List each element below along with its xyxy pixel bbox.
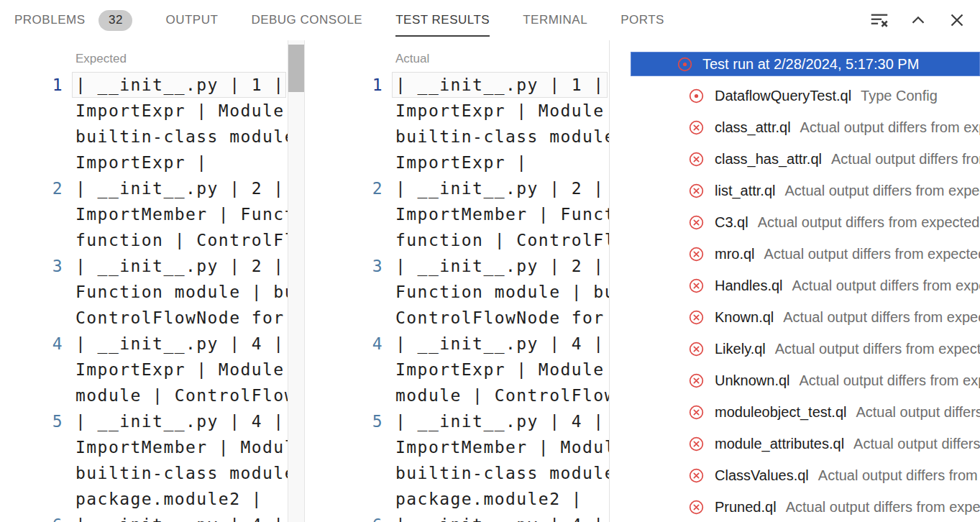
expected-pane-title: Expected [75,52,127,66]
test-item-row[interactable]: Likely.qlActual output differs from expe… [610,333,980,365]
code-text: function | ControlFl [75,227,288,253]
code-line[interactable]: Function module | bu [0,279,288,305]
test-item-row[interactable]: Known.qlActual output differs from expec… [610,301,980,333]
panel-tab-bar: PROBLEMS32OUTPUTDEBUG CONSOLETEST RESULT… [0,0,980,40]
code-line[interactable]: ImportMember | Modul [320,434,609,460]
code-line[interactable]: builtin-class module [320,460,609,486]
code-text: | __init__.py | 4 | [75,408,285,434]
line-number [320,383,383,408]
code-text: ImportExpr | Module [75,98,285,124]
test-item-row[interactable]: DataflowQueryTest.qlType Config [610,80,980,111]
expected-pane: Expected 1| __init__.py | 1 |ImportExpr … [0,40,305,522]
tab-test-results[interactable]: TEST RESULTS [395,0,490,40]
test-item-row[interactable]: class_attr.qlActual output differs from … [610,111,980,143]
code-line[interactable]: 2| __init__.py | 2 | [0,175,288,201]
code-line[interactable]: 6| __init__.py | 4 | [320,512,609,522]
tab-output[interactable]: OUTPUT [165,0,218,40]
code-line[interactable]: function | ControlFl [320,227,609,253]
code-line[interactable]: builtin-class module [0,124,288,150]
code-text: module | ControlFlow [395,383,609,408]
test-item-message: Actual output differs from expected outp… [831,151,980,168]
error-circle-x-icon [688,436,705,452]
test-item-message: Actual output differs from expected outp… [784,183,980,199]
code-line[interactable]: 1| __init__.py | 1 | [0,72,288,98]
code-line[interactable]: 1| __init__.py | 1 | [320,72,609,98]
code-line[interactable]: Function module | bu [320,279,609,305]
problems-count-badge: 32 [99,10,132,31]
test-item-row[interactable]: moduleobject_test.qlActual output differ… [610,396,980,428]
code-text: module | ControlFlow [75,383,288,408]
tab-ports[interactable]: PORTS [620,0,664,40]
close-icon[interactable] [945,9,968,32]
test-item-row[interactable]: module_attributes.qlActual output differ… [610,428,980,459]
code-line[interactable]: ImportExpr | Module [0,357,288,383]
error-circle-x-icon [688,309,705,326]
code-line[interactable]: package.module2 | [0,486,288,512]
line-number [0,486,63,512]
code-line[interactable]: builtin-class module [320,124,609,150]
code-line[interactable]: ImportExpr | Module [0,98,288,124]
line-number: 5 [320,408,383,434]
test-item-row[interactable]: ClassValues.qlActual output differs from… [610,459,980,491]
clear-list-x-icon[interactable] [868,9,891,32]
test-item-message: Actual output differs from expected outp… [792,278,980,294]
code-line[interactable]: ImportExpr | [0,150,288,175]
code-line[interactable]: ImportMember | Modul [0,434,288,460]
code-line[interactable]: ControlFlowNode for [320,305,609,331]
test-item-row[interactable]: mro.qlActual output differs from expecte… [610,238,980,270]
code-text: | __init__.py | 2 | [395,175,605,201]
code-line[interactable]: 4| __init__.py | 4 | [0,331,288,357]
test-item-message: Actual output differs from expected outp… [853,436,980,452]
code-line[interactable]: ImportExpr | Module [320,357,609,383]
test-item-row[interactable]: list_attr.qlActual output differs from e… [610,175,980,206]
code-line[interactable]: ImportExpr | [320,150,609,175]
code-text: | __init__.py | 1 | [395,72,605,98]
code-line[interactable]: 5| __init__.py | 4 | [320,408,609,434]
code-line[interactable]: 6| __init__.py | 4 | [0,512,288,522]
code-line[interactable]: ImportMember | Funct [320,201,609,227]
expected-scrollbar-thumb[interactable] [288,45,304,92]
code-line[interactable]: function | ControlFl [0,227,288,253]
code-line[interactable]: 3| __init__.py | 2 | [320,253,609,279]
code-line[interactable]: module | ControlFlow [320,383,609,408]
tab-terminal[interactable]: TERMINAL [523,0,587,40]
test-item-row[interactable]: C3.qlActual output differs from expected… [610,206,980,238]
test-item-row[interactable]: Unknown.qlActual output differs from exp… [610,365,980,396]
code-line[interactable]: 2| __init__.py | 2 | [320,175,609,201]
test-item-row[interactable]: Handles.qlActual output differs from exp… [610,270,980,301]
error-circle-dot-icon [688,88,705,104]
test-run-row[interactable]: Test run at 2/28/2024, 5:17:30 PM [631,52,980,76]
line-number [0,227,63,253]
actual-pane: Actual 1| __init__.py | 1 |ImportExpr | … [320,40,610,522]
line-number [0,201,63,227]
test-item-row[interactable]: Pruned.qlActual output differs from expe… [610,491,980,522]
code-line[interactable]: 4| __init__.py | 4 | [320,331,609,357]
test-item-row[interactable]: class_has_attr.qlActual output differs f… [610,143,980,175]
tab-problems[interactable]: PROBLEMS32 [14,0,132,40]
code-line[interactable]: builtin-class module [0,460,288,486]
code-line[interactable]: ImportExpr | Module [320,98,609,124]
tab-label: PORTS [620,13,664,27]
code-text: builtin-class module [75,460,288,486]
code-line[interactable]: module | ControlFlow [0,383,288,408]
test-item-filename: class_attr.ql [715,119,791,136]
code-line[interactable]: 5| __init__.py | 4 | [0,408,288,434]
code-line[interactable]: ControlFlowNode for [0,305,288,331]
line-number: 2 [320,175,383,201]
line-number: 2 [0,175,63,201]
error-circle-dot-icon [677,56,693,73]
test-item-filename: C3.ql [715,214,748,231]
line-number: 4 [0,331,63,357]
line-number [320,227,383,253]
line-number [320,279,383,305]
test-results-panel: PROBLEMS32OUTPUTDEBUG CONSOLETEST RESULT… [0,0,980,522]
code-text: | __init__.py | 1 | [75,72,285,98]
code-text: | __init__.py | 2 | [75,175,285,201]
chevron-up-icon[interactable] [907,9,930,32]
expected-code: 1| __init__.py | 1 |ImportExpr | Moduleb… [0,72,288,522]
code-line[interactable]: package.module2 | [320,486,609,512]
expected-scrollbar[interactable] [288,40,305,522]
code-line[interactable]: 3| __init__.py | 2 | [0,253,288,279]
tab-debug-console[interactable]: DEBUG CONSOLE [251,0,362,40]
code-line[interactable]: ImportMember | Funct [0,201,288,227]
